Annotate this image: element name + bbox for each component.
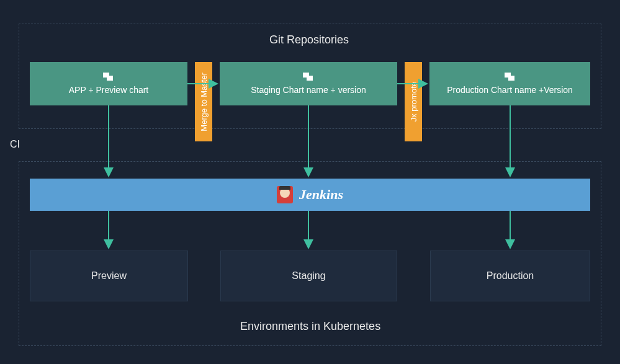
stack-icon bbox=[103, 73, 114, 81]
stack-icon bbox=[303, 73, 314, 81]
repo-staging: Staging Chart name + version bbox=[220, 62, 397, 105]
stack-icon bbox=[505, 73, 516, 81]
jenkins-bar: Jenkins bbox=[30, 179, 590, 211]
environments-title: Environments in Kubernetes bbox=[240, 320, 380, 333]
merge-label: Merge to Master bbox=[199, 73, 209, 131]
repo-production: Production Chart name +Version bbox=[429, 62, 590, 105]
env-production: Production bbox=[430, 251, 590, 301]
repo-app-label: APP + Preview chart bbox=[69, 85, 149, 95]
git-repos-title: Git Repositories bbox=[269, 33, 349, 47]
jx-promote-bar: Jx promote bbox=[405, 62, 422, 141]
jenkins-label: Jenkins bbox=[299, 187, 343, 203]
merge-to-master-bar: Merge to Master bbox=[195, 62, 212, 141]
env-staging: Staging bbox=[220, 251, 397, 301]
ci-label: CI bbox=[10, 139, 20, 150]
jenkins-logo-icon bbox=[277, 186, 293, 203]
env-staging-label: Staging bbox=[292, 270, 325, 282]
promote-label: Jx promote bbox=[409, 82, 418, 122]
repo-production-label: Production Chart name +Version bbox=[447, 85, 573, 95]
env-production-label: Production bbox=[487, 270, 534, 282]
repo-app-preview: APP + Preview chart bbox=[30, 62, 187, 105]
env-preview: Preview bbox=[30, 251, 188, 301]
env-preview-label: Preview bbox=[91, 270, 127, 282]
repo-staging-label: Staging Chart name + version bbox=[251, 85, 366, 95]
